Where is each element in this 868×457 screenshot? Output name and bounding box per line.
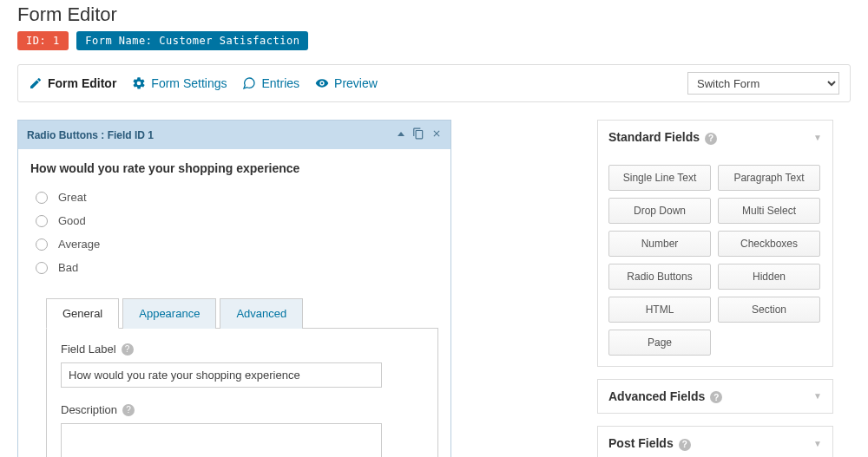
field-btn-section[interactable]: Section: [718, 297, 820, 323]
form-settings-link[interactable]: Form Settings: [132, 76, 227, 90]
standard-fields-grid: Single Line Text Paragraph Text Drop Dow…: [608, 165, 822, 356]
field-btn-checkboxes[interactable]: Checkboxes: [718, 231, 820, 257]
caret-down-icon: ▼: [813, 391, 822, 401]
help-icon[interactable]: ?: [679, 436, 691, 451]
caret-down-icon: ▼: [813, 133, 822, 142]
field-settings-tabs: General Appearance Advanced: [46, 298, 438, 329]
pencil-icon: [29, 76, 43, 90]
form-name-badge: Form Name: Customer Satisfaction: [76, 31, 308, 50]
post-fields-title: Post Fields: [608, 436, 674, 450]
help-icon[interactable]: ?: [122, 404, 135, 416]
tab-panel-general: Field Label ? Description ?: [46, 328, 438, 457]
advanced-fields-title: Advanced Fields: [608, 389, 705, 403]
field-label-text: Field Label: [61, 343, 116, 356]
tab-general[interactable]: General: [46, 298, 119, 329]
post-fields-header[interactable]: Post Fields ? ▼: [598, 427, 832, 457]
form-id-badge: ID: 1: [17, 31, 69, 50]
help-icon[interactable]: ?: [705, 130, 717, 145]
switch-form-select[interactable]: Switch Form: [687, 72, 839, 95]
field-btn-radio-buttons[interactable]: Radio Buttons: [608, 264, 711, 290]
radio-icon: [36, 238, 48, 251]
preview-link[interactable]: Preview: [315, 76, 378, 90]
speech-bubble-icon: [242, 76, 256, 90]
field-btn-html[interactable]: HTML: [608, 297, 711, 323]
radio-option[interactable]: Great: [30, 186, 438, 209]
field-btn-number[interactable]: Number: [608, 231, 711, 257]
field-btn-multi-select[interactable]: Multi Select: [718, 198, 820, 224]
form-settings-label: Form Settings: [151, 76, 227, 90]
field-btn-single-line-text[interactable]: Single Line Text: [608, 165, 711, 191]
radio-icon: [36, 262, 48, 274]
description-label-text: Description: [61, 403, 117, 416]
form-editor-label: Form Editor: [48, 76, 116, 90]
advanced-fields-header[interactable]: Advanced Fields ? ▼: [598, 380, 832, 414]
radio-option-label: Good: [58, 214, 86, 227]
help-icon[interactable]: ?: [122, 343, 134, 356]
tab-appearance[interactable]: Appearance: [122, 298, 216, 329]
field-question: How would you rate your shopping experie…: [30, 161, 438, 175]
standard-fields-title: Standard Fields: [608, 130, 700, 144]
entries-link[interactable]: Entries: [242, 76, 299, 90]
field-header[interactable]: Radio Buttons : Field ID 1: [18, 121, 450, 149]
form-toolbar: Form Editor Form Settings Entries Previe…: [17, 64, 851, 102]
form-badges: ID: 1 Form Name: Customer Satisfaction: [17, 31, 851, 50]
radio-icon: [36, 215, 48, 227]
field-btn-page[interactable]: Page: [608, 330, 711, 356]
radio-option[interactable]: Bad: [30, 256, 438, 279]
help-icon[interactable]: ?: [710, 389, 722, 404]
radio-options-list: Great Good Average Bad: [30, 186, 438, 279]
radio-icon: [36, 192, 48, 204]
form-editor-link[interactable]: Form Editor: [29, 76, 116, 90]
radio-option[interactable]: Average: [30, 232, 438, 256]
standard-fields-panel: Standard Fields ? ▼ Single Line Text Par…: [597, 120, 833, 367]
radio-option-label: Great: [58, 191, 87, 204]
description-textarea[interactable]: [61, 423, 382, 457]
standard-fields-header[interactable]: Standard Fields ? ▼: [598, 121, 832, 154]
field-label-input[interactable]: [61, 362, 382, 388]
field-label-label: Field Label ?: [61, 343, 134, 356]
tab-advanced[interactable]: Advanced: [220, 298, 303, 329]
description-label: Description ?: [61, 403, 135, 416]
field-btn-hidden[interactable]: Hidden: [718, 264, 820, 290]
field-btn-paragraph-text[interactable]: Paragraph Text: [718, 165, 820, 191]
radio-option-label: Average: [58, 238, 100, 251]
page-title: Form Editor: [17, 3, 851, 26]
radio-option[interactable]: Good: [30, 209, 438, 232]
eye-icon: [315, 76, 329, 90]
preview-label: Preview: [334, 76, 378, 90]
field-editor-box: Radio Buttons : Field ID 1 How would you…: [17, 120, 451, 457]
radio-option-label: Bad: [58, 261, 78, 274]
gear-icon: [132, 76, 146, 90]
entries-label: Entries: [261, 76, 299, 90]
advanced-fields-panel: Advanced Fields ? ▼: [597, 379, 833, 415]
post-fields-panel: Post Fields ? ▼: [597, 426, 833, 457]
collapse-icon[interactable]: [397, 129, 405, 141]
field-btn-drop-down[interactable]: Drop Down: [608, 198, 711, 224]
duplicate-icon[interactable]: [412, 127, 424, 142]
delete-icon[interactable]: [431, 128, 442, 141]
caret-down-icon: ▼: [813, 439, 822, 448]
field-header-label: Radio Buttons : Field ID 1: [27, 129, 154, 141]
